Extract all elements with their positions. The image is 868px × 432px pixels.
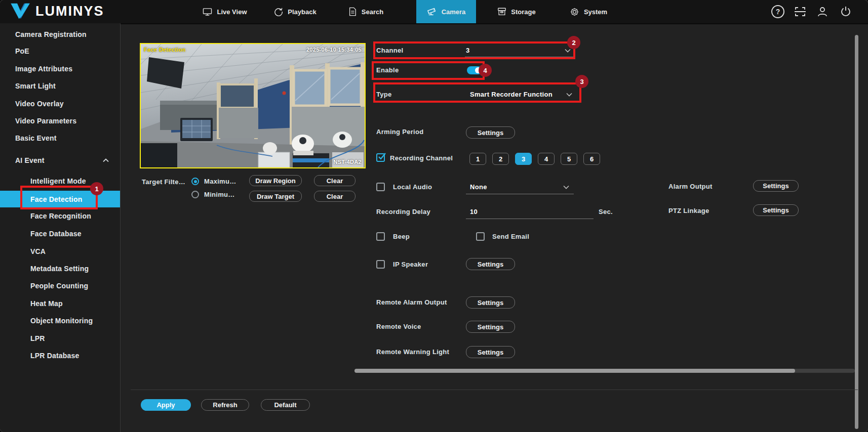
sidebar-item-face-detection[interactable]: Face Detection: [0, 191, 120, 207]
ptz-linkage-settings-button[interactable]: Settings: [753, 204, 799, 216]
arming-period-label: Arming Period: [376, 128, 423, 136]
help-icon: ?: [771, 5, 784, 18]
clear-target-button[interactable]: Clear: [314, 191, 356, 202]
chevron-up-icon: [103, 158, 109, 162]
sidebar-item-video-overlay[interactable]: Video Overlay: [0, 96, 120, 112]
recording-channel-5-button[interactable]: 5: [561, 153, 577, 165]
send-email-label: Send Email: [492, 233, 529, 240]
power-icon: [840, 6, 852, 18]
sidebar-item-smart-light[interactable]: Smart Light: [0, 78, 120, 94]
remote-warning-light-settings-button[interactable]: Settings: [466, 346, 515, 358]
local-audio-checkbox[interactable]: [376, 183, 385, 191]
user-button[interactable]: [815, 5, 830, 19]
recording-channel-3-button[interactable]: 3: [515, 153, 532, 165]
video-preview-canvas[interactable]: Face Detection 2025-06-10 15:34:05 NST-4…: [140, 43, 366, 168]
brand-logo: LUMINYS: [9, 3, 104, 20]
channel-value[interactable]: 3: [466, 47, 470, 54]
help-button[interactable]: ?: [771, 5, 785, 19]
tab-search[interactable]: Search: [340, 0, 391, 23]
remote-warning-light-label: Remote Warning Light: [376, 348, 449, 356]
camera-scene-image: [141, 44, 365, 167]
vertical-scrollbar[interactable]: [855, 35, 858, 429]
sidebar-item-face-database[interactable]: Face Database: [0, 226, 120, 242]
target-filter-max-label: Maximu…: [204, 178, 236, 185]
sidebar-item-people-counting[interactable]: People Counting: [0, 278, 120, 294]
channel-underline: [465, 57, 574, 57]
local-audio-underline: [466, 194, 574, 194]
type-value[interactable]: Smart Recorder Function: [470, 91, 553, 98]
user-icon: [816, 6, 828, 18]
channel-dropdown-chevron-icon[interactable]: [565, 49, 571, 53]
tab-system[interactable]: System: [562, 0, 615, 23]
horizontal-scrollbar-thumb[interactable]: [354, 369, 795, 373]
sidebar-item-object-monitoring[interactable]: Object Monitoring: [0, 313, 120, 329]
recording-channel-6-button[interactable]: 6: [583, 153, 600, 165]
ip-speaker-settings-button[interactable]: Settings: [466, 258, 515, 270]
ip-speaker-checkbox[interactable]: [376, 260, 385, 269]
osd-timestamp: 2025-06-10 15:34:05: [306, 47, 362, 53]
target-filter-min-radio[interactable]: [191, 191, 199, 198]
sidebar-item-intelligent-mode[interactable]: Intelligent Mode: [0, 173, 120, 189]
send-email-checkbox[interactable]: [476, 232, 485, 241]
type-dropdown-chevron-icon[interactable]: [566, 93, 572, 97]
power-button[interactable]: [839, 5, 853, 19]
remote-voice-label: Remote Voice: [376, 323, 421, 330]
recording-delay-input[interactable]: 10: [470, 208, 478, 215]
enable-toggle[interactable]: [467, 66, 482, 74]
recording-channel-2-button[interactable]: 2: [492, 153, 509, 165]
local-audio-value[interactable]: None: [470, 183, 487, 191]
recording-delay-label: Recording Delay: [376, 208, 430, 215]
recording-channel-label: Recording Channel: [390, 154, 453, 162]
remote-voice-settings-button[interactable]: Settings: [466, 321, 515, 333]
alarm-output-label: Alarm Output: [668, 183, 713, 190]
recording-channel-1-button[interactable]: 1: [469, 153, 486, 165]
monitor-icon: [203, 8, 212, 16]
sidebar-item-vca[interactable]: VCA: [0, 243, 120, 260]
sidebar-item-label: AI Event: [15, 156, 45, 164]
tab-live-view[interactable]: Live View: [196, 0, 253, 23]
footer-divider: [131, 390, 858, 390]
sidebar-item-image-attributes[interactable]: Image Attributes: [0, 61, 120, 77]
tab-storage[interactable]: Storage: [490, 0, 543, 23]
sidebar-item-lpr-database[interactable]: LPR Database: [0, 348, 120, 364]
local-audio-dropdown-chevron-icon[interactable]: [563, 185, 569, 189]
sidebar-item-metadata-setting[interactable]: Metadata Setting: [0, 261, 120, 277]
sidebar-item-face-recognition[interactable]: Face Recognition: [0, 208, 120, 224]
default-button[interactable]: Default: [261, 399, 310, 411]
sidebar-item-heat-map[interactable]: Heat Map: [0, 295, 120, 312]
sidebar-item-video-parameters[interactable]: Video Parameters: [0, 113, 120, 129]
brand-name: LUMINYS: [35, 4, 104, 19]
arming-period-settings-button[interactable]: Settings: [466, 126, 515, 139]
recording-channel-checkbox[interactable]: [376, 153, 385, 162]
draw-region-button[interactable]: Draw Region: [249, 175, 302, 186]
cctv-camera-icon: [427, 7, 437, 16]
refresh-button[interactable]: Refresh: [201, 399, 249, 411]
sidebar-item-ai-event[interactable]: AI Event: [0, 152, 120, 168]
document-icon: [348, 7, 357, 16]
app-window: LUMINYS Live View Playback Search Camera: [0, 0, 868, 432]
tab-playback[interactable]: Playback: [267, 0, 323, 23]
sidebar-item-lpr[interactable]: LPR: [0, 330, 120, 347]
beep-label: Beep: [393, 233, 410, 240]
remote-alarm-output-settings-button[interactable]: Settings: [466, 296, 515, 309]
clear-region-button[interactable]: Clear: [314, 175, 356, 186]
sidebar-item-poe[interactable]: PoE: [0, 43, 120, 59]
tab-label: Search: [362, 8, 383, 16]
draw-target-button[interactable]: Draw Target: [249, 191, 302, 202]
tab-camera[interactable]: Camera: [416, 0, 476, 23]
sidebar-item-camera-registration[interactable]: Camera Registration: [0, 26, 120, 42]
tab-label: System: [584, 8, 607, 16]
apply-button[interactable]: Apply: [141, 399, 191, 411]
top-bar: LUMINYS Live View Playback Search Camera: [0, 0, 868, 24]
fullscreen-button[interactable]: [793, 5, 807, 19]
sidebar-item-basic-event[interactable]: Basic Event: [0, 130, 120, 146]
recording-channel-4-button[interactable]: 4: [538, 153, 555, 165]
horizontal-scrollbar[interactable]: [354, 369, 855, 373]
alarm-output-settings-button[interactable]: Settings: [753, 180, 799, 192]
beep-checkbox[interactable]: [376, 232, 385, 241]
target-filter-max-radio[interactable]: [191, 178, 199, 185]
ip-speaker-label: IP Speaker: [393, 261, 428, 268]
recording-delay-underline: [466, 219, 594, 219]
tab-label: Live View: [217, 8, 247, 16]
type-label: Type: [376, 91, 392, 98]
